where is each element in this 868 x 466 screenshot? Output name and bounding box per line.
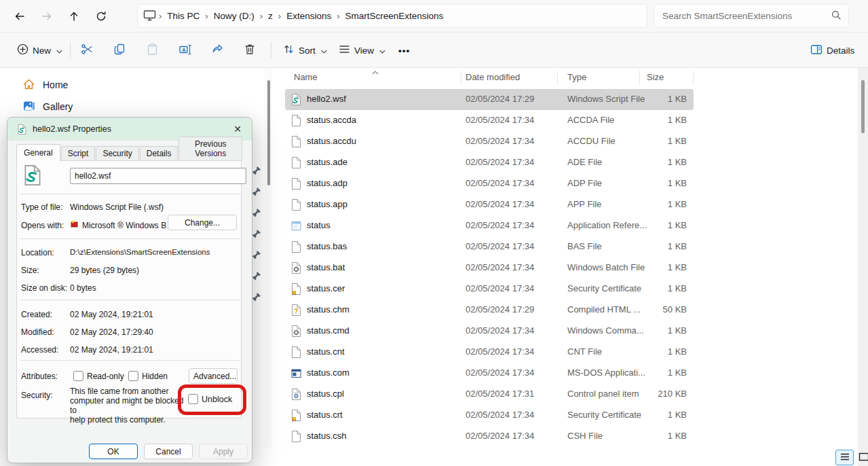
file-row[interactable]: status.ade02/05/2024 17:34ADE File1 KB (285, 152, 694, 173)
sidebar-scrollbar-thumb[interactable] (267, 80, 270, 185)
refresh-button[interactable] (90, 5, 113, 28)
sort-arrows-icon (283, 43, 295, 57)
paste-button[interactable] (140, 39, 165, 62)
forward-button[interactable] (35, 5, 58, 28)
readonly-checkbox[interactable] (73, 371, 83, 381)
column-header-date[interactable]: Date modified (466, 72, 520, 82)
divider (20, 360, 240, 361)
dialog-tabs: GeneralScriptSecurityDetailsPrevious Ver… (16, 146, 243, 161)
apply-button[interactable]: Apply (199, 444, 248, 459)
search-input[interactable] (661, 10, 831, 22)
file-name: status.accdu (307, 136, 356, 146)
search-icon[interactable] (831, 10, 842, 23)
modified-label: Modified: (21, 327, 54, 337)
change-button[interactable]: Change... (168, 215, 237, 230)
tab-script[interactable]: Script (61, 146, 96, 161)
back-button[interactable] (8, 5, 31, 28)
file-name: status.chm (307, 304, 350, 315)
breadcrumb-segment[interactable]: z (264, 9, 277, 23)
file-row[interactable]: status.accda02/05/2024 17:34ACCDA File1 … (285, 110, 694, 131)
view-button[interactable]: View (333, 39, 392, 62)
file-row[interactable]: status.crt02/05/2024 17:34Security Certi… (285, 405, 694, 426)
sort-button[interactable]: Sort (277, 39, 333, 62)
column-divider[interactable] (639, 71, 640, 84)
new-button[interactable]: New (11, 39, 69, 62)
file-row[interactable]: ?status.chm02/05/2024 17:29Compiled HTML… (285, 300, 694, 321)
breadcrumb-segment[interactable]: Nowy (D:) (210, 9, 259, 23)
filename-input[interactable] (70, 168, 246, 184)
delete-button[interactable] (238, 39, 262, 62)
file-date-modified: 02/05/2024 17:34 (466, 199, 534, 209)
file-row[interactable]: hello2.wsf02/05/2024 17:29Windows Script… (285, 89, 694, 110)
column-divider[interactable] (693, 71, 694, 84)
cancel-button[interactable]: Cancel (144, 444, 193, 459)
up-arrow-icon (68, 10, 80, 22)
details-view-toggle[interactable] (835, 450, 854, 465)
file-row[interactable]: status.csh02/05/2024 17:34CSH File1 KB (285, 426, 694, 447)
cpl-file-icon (290, 388, 302, 401)
details-pane-icon (810, 44, 823, 57)
column-header-name[interactable]: Name (294, 72, 318, 82)
blank-file-icon (290, 240, 302, 253)
tab-details[interactable]: Details (140, 146, 178, 161)
wsf-file-icon (290, 93, 302, 106)
pin-icon (252, 250, 263, 261)
file-row[interactable]: status.bas02/05/2024 17:34BAS File1 KB (285, 236, 694, 257)
column-header-size[interactable]: Size (647, 72, 664, 82)
bat-file-icon (290, 325, 302, 338)
up-button[interactable] (62, 5, 86, 28)
tab-security[interactable]: Security (96, 146, 138, 161)
share-button[interactable] (205, 39, 230, 62)
file-row[interactable]: status.cmd02/05/2024 17:34Windows Comma.… (285, 321, 694, 342)
sidebar-item-gallery[interactable]: Gallery (5, 96, 141, 117)
column-divider[interactable] (461, 71, 461, 84)
unblock-checkbox[interactable] (188, 394, 198, 404)
hidden-checkbox[interactable] (128, 371, 138, 381)
type-of-file-label: Type of file: (21, 202, 62, 212)
file-size: 1 KB (668, 199, 687, 209)
file-row[interactable]: status.bat02/05/2024 17:34Windows Batch … (285, 257, 694, 279)
file-size: 1 KB (668, 136, 687, 146)
details-pane-button[interactable]: Details (804, 39, 861, 62)
breadcrumb-segment[interactable]: Extensions (282, 9, 335, 23)
file-name: status.accda (307, 115, 356, 125)
list-scrollbar-thumb[interactable] (861, 80, 865, 133)
tab-previous-versions[interactable]: Previous Versions (178, 137, 242, 161)
tab-general[interactable]: General (16, 144, 60, 161)
breadcrumb-segment[interactable]: This PC (163, 9, 204, 23)
file-type: ADP File (567, 178, 602, 188)
file-row[interactable]: status.cnt02/05/2024 17:34CNT File1 KB (285, 342, 694, 363)
file-row[interactable]: status02/05/2024 17:34Application Refere… (285, 215, 694, 236)
file-row[interactable]: status.cer02/05/2024 17:34Security Certi… (285, 279, 694, 300)
file-row[interactable]: status.com02/05/2024 17:34MS-DOS Applica… (285, 363, 694, 384)
file-date-modified: 02/05/2024 17:34 (466, 241, 534, 251)
sidebar-item-home[interactable]: Home (5, 75, 141, 95)
address-box[interactable]: ›This PC›Nowy (D:)›z›Extensions›SmartScr… (137, 4, 647, 28)
location-value: D:\z\Extensions\SmartScreenExtensions (70, 248, 210, 256)
column-divider[interactable] (557, 71, 558, 84)
toolbar-divider (70, 41, 71, 58)
file-type: Windows Batch File (567, 262, 645, 272)
file-date-modified: 02/05/2024 17:34 (466, 410, 534, 420)
breadcrumb-segment[interactable]: SmartScreenExtensions (341, 9, 448, 23)
advanced-button[interactable]: Advanced... (189, 368, 238, 384)
copy-button[interactable] (107, 39, 132, 62)
cut-button[interactable] (75, 39, 100, 62)
file-name: status.bat (307, 262, 345, 272)
file-row[interactable]: status.cpl02/05/2024 17:31Control panel … (285, 384, 694, 405)
file-list: hello2.wsf02/05/2024 17:29Windows Script… (285, 89, 694, 447)
breadcrumb-chevron-icon: › (204, 11, 209, 21)
file-size: 1 KB (668, 368, 687, 378)
column-header-type[interactable]: Type (567, 72, 586, 82)
file-size: 1 KB (668, 94, 687, 104)
pin-icon (252, 208, 263, 219)
ok-button[interactable]: OK (89, 444, 138, 459)
rename-button[interactable]: A (172, 39, 198, 62)
large-icons-view-toggle[interactable] (854, 450, 868, 465)
file-row[interactable]: status.accdu02/05/2024 17:34ACCDU File1 … (285, 131, 694, 152)
file-row[interactable]: status.adp02/05/2024 17:34ADP File1 KB (285, 173, 694, 194)
file-row[interactable]: status.app02/05/2024 17:34APP File1 KB (285, 194, 694, 215)
more-options-button[interactable]: ••• (392, 39, 416, 62)
file-size: 1 KB (668, 157, 687, 167)
close-icon[interactable]: ✕ (229, 121, 246, 137)
